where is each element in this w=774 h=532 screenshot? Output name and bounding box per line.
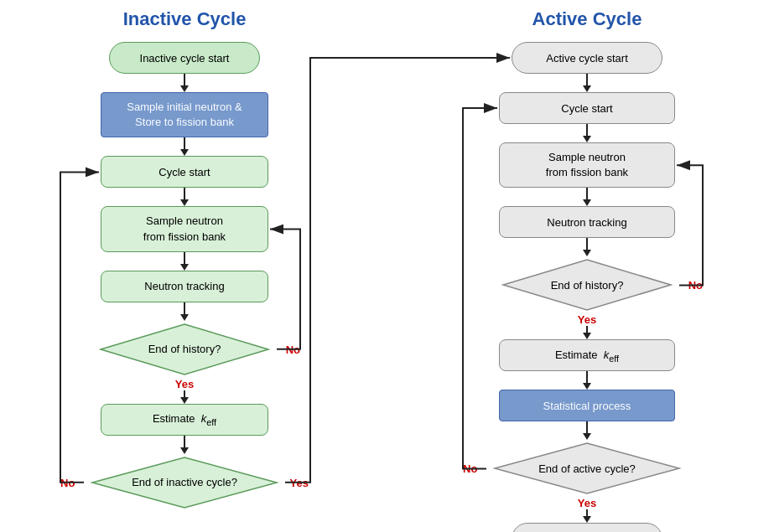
inactive-cycle-start-node: Inactive cycle start <box>109 42 260 74</box>
right-no-label-history: No <box>688 279 703 292</box>
right-yes-label-active: Yes <box>578 497 596 509</box>
right-cycle-start-node: Cycle start <box>499 92 675 124</box>
left-title: Inactive Cycle <box>123 8 247 30</box>
sample-initial-node: Sample initial neutron &Store to fission… <box>101 92 268 137</box>
right-yes-label-history: Yes <box>578 313 596 326</box>
left-sample-neutron-node: Sample neutronfrom fission bank <box>101 206 268 251</box>
statistical-process-node: Statistical process <box>499 390 675 421</box>
right-sample-neutron-node: Sample neutronfrom fission bank <box>499 142 675 188</box>
right-end-history-diamond: End of history? No <box>495 256 679 313</box>
left-yes-label-cycle: Yes <box>290 476 309 488</box>
left-no-label-history: No <box>286 343 300 355</box>
right-no-label-active: No <box>463 462 477 475</box>
right-title: Active Cycle <box>532 8 642 30</box>
right-estimate-keff-node: Estimate keff <box>499 339 675 371</box>
left-end-history-diamond: End of history? No <box>92 321 277 378</box>
left-estimate-keff-node: Estimate keff <box>101 404 268 436</box>
left-neutron-tracking-node: Neutron tracking <box>101 271 268 302</box>
end-simulation-node: End simulation <box>512 523 662 532</box>
right-neutron-tracking-node: Neutron tracking <box>499 206 675 238</box>
active-cycle-start-node: Active cycle start <box>512 42 662 74</box>
left-end-cycle-diamond: End of inactive cycle? No Yes <box>84 454 285 511</box>
left-yes-label-history: Yes <box>175 378 194 390</box>
right-end-active-diamond: End of active cycle? No <box>486 440 688 497</box>
left-cycle-start-node: Cycle start <box>101 156 268 188</box>
left-no-label-cycle: No <box>60 476 75 488</box>
